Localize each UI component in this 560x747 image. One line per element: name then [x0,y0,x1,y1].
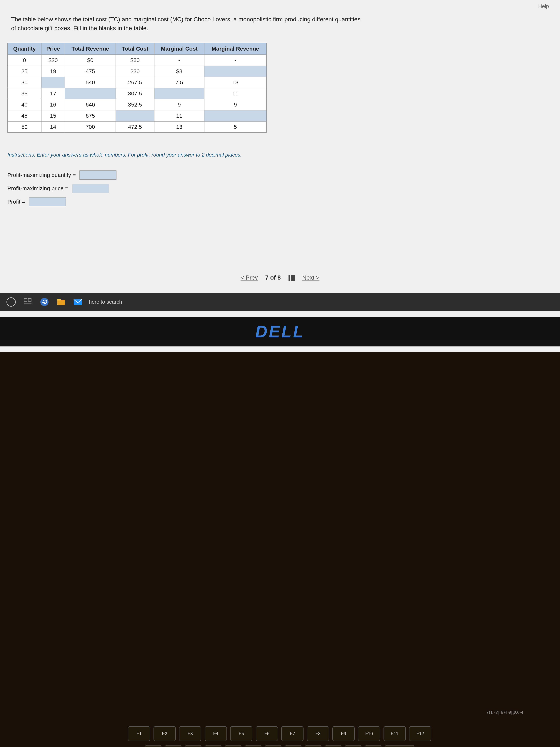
file-explorer-icon[interactable] [56,297,67,308]
answers-section: Profit-maximizing quantity = Profit-maxi… [7,171,116,210]
table-input-cell[interactable] [204,110,266,121]
table-row: 451567511 [7,110,266,121]
key-f1[interactable]: F1 [128,726,150,741]
svg-rect-4 [291,277,293,279]
key-5[interactable]: %5 [225,745,241,747]
table-data-cell: 7.5 [154,77,204,88]
dell-logo-area: DELL [0,317,560,346]
key-f4[interactable]: F4 [205,726,227,741]
data-table-container: Quantity Price Total Revenue Total Cost … [7,43,267,133]
table-data-cell: 15 [41,110,65,121]
col-header-total-cost: Total Cost [116,43,154,55]
key-minus[interactable]: _- [345,745,362,747]
table-data-cell: 675 [65,110,116,121]
fn-key-row: F1 F2 F3 F4 F5 F6 F7 F8 F9 F10 F11 F12 [11,726,548,741]
key-f9[interactable]: F9 [332,726,355,741]
key-f12[interactable]: F12 [409,726,431,741]
mail-icon[interactable] [72,297,83,308]
table-data-cell: 50 [7,121,41,132]
table-row: 3517307.511 [7,88,266,99]
table-data-cell: 19 [41,66,65,77]
key-f2[interactable]: F2 [154,726,176,741]
table-data-cell: 472.5 [116,121,154,132]
col-header-marginal-revenue: Marginal Revenue [204,43,266,55]
svg-rect-10 [28,298,31,301]
svg-rect-3 [289,277,290,279]
svg-rect-1 [291,275,293,277]
keyboard-area: Profile Ball® 10 F1 F2 F3 F4 F5 F6 F7 F8… [0,352,560,747]
profit-max-price-row: Profit-maximizing price = [7,184,116,193]
problem-description: The table below shows the total cost (TC… [11,15,361,33]
task-view-icon[interactable] [22,297,33,308]
profit-max-price-input[interactable] [72,184,109,193]
help-button[interactable]: Help [538,3,549,9]
table-data-cell: $20 [41,55,65,66]
table-data-cell: 14 [41,121,65,132]
table-data-cell: 35 [7,88,41,99]
key-f7[interactable]: F7 [281,726,303,741]
table-data-cell: 352.5 [116,99,154,110]
key-6[interactable]: ^6 [245,745,262,747]
edge-browser-icon[interactable] [39,297,50,308]
taskbar: here to search 68°F Mostly clear [0,293,560,311]
key-0[interactable]: )0 [325,745,342,747]
key-9[interactable]: (9 [305,745,321,747]
table-input-cell[interactable] [65,88,116,99]
table-input-cell[interactable] [154,88,204,99]
table-data-cell: $30 [116,55,154,66]
table-data-cell: - [154,55,204,66]
svg-point-12 [41,298,49,306]
economics-table: Quantity Price Total Revenue Total Cost … [7,43,267,133]
navigation-bar: < Prev 7 of 8 Next > [0,274,560,281]
key-3[interactable]: #3 [185,745,202,747]
table-data-cell: 640 [65,99,116,110]
svg-rect-13 [57,300,65,305]
col-header-price: Price [41,43,65,55]
taskbar-search[interactable]: here to search [89,299,122,305]
table-data-cell: 11 [154,110,204,121]
key-f11[interactable]: F11 [383,726,406,741]
profit-label: Profit = [7,199,25,205]
table-input-cell[interactable] [204,66,266,77]
key-f3[interactable]: F3 [179,726,201,741]
table-data-cell: 16 [41,99,65,110]
profit-row: Profit = [7,197,116,206]
table-data-cell: 13 [204,77,266,88]
profit-max-qty-input[interactable] [79,171,116,180]
key-f8[interactable]: F8 [307,726,329,741]
svg-rect-2 [293,275,295,277]
next-button[interactable]: Next > [302,274,319,281]
key-plus[interactable]: += [365,745,381,747]
key-f6[interactable]: F6 [256,726,278,741]
svg-rect-8 [293,279,295,281]
dell-logo: DELL [256,322,305,341]
profit-input[interactable] [29,197,66,206]
key-f10[interactable]: F10 [358,726,380,741]
key-f5[interactable]: F5 [230,726,252,741]
key-7[interactable]: &7 [265,745,282,747]
keyboard: F1 F2 F3 F4 F5 F6 F7 F8 F9 F10 F11 F12 !… [11,726,548,747]
profit-max-qty-row: Profit-maximizing quantity = [7,171,116,180]
table-row: 30540267.57.513 [7,77,266,88]
table-data-cell: - [204,55,266,66]
col-header-total-revenue: Total Revenue [65,43,116,55]
profit-max-qty-label: Profit-maximizing quantity = [7,172,76,178]
key-8[interactable]: *8 [285,745,301,747]
table-row: 2519475230$8 [7,66,266,77]
prev-button[interactable]: < Prev [241,274,258,281]
table-data-cell: 540 [65,77,116,88]
table-input-cell[interactable] [41,77,65,88]
table-row: 4016640352.599 [7,99,266,110]
table-data-cell: 17 [41,88,65,99]
number-key-row: !1 @2 #3 $4 %5 ^6 &7 *8 (9 )0 _- += ⌫ [11,745,548,747]
key-4[interactable]: $4 [205,745,221,747]
table-data-cell: 230 [116,66,154,77]
windows-button[interactable] [5,297,17,308]
table-data-cell: 307.5 [116,88,154,99]
key-backspace[interactable]: ⌫ [385,745,415,747]
table-input-cell[interactable] [116,110,154,121]
grid-icon[interactable] [288,274,295,281]
svg-rect-7 [291,279,293,281]
key-1[interactable]: !1 [145,745,161,747]
key-2[interactable]: @2 [165,745,182,747]
